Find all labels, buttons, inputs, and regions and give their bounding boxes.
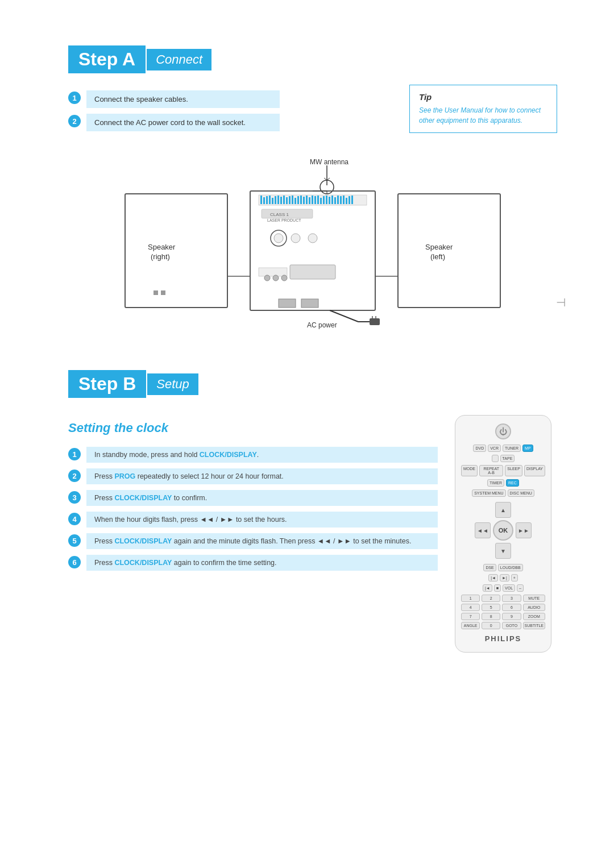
- clock-step-4: 4 When the hour digits flash, press ◄◄ /…: [68, 512, 438, 528]
- svg-rect-19: [280, 197, 282, 204]
- svg-rect-29: [309, 197, 310, 204]
- remote-btn-8: 8: [482, 613, 500, 620]
- svg-rect-58: [301, 299, 318, 308]
- svg-text:AC power: AC power: [307, 321, 337, 329]
- svg-rect-26: [300, 196, 302, 204]
- remote-btn-subtitle: SUBTITLE: [523, 622, 545, 629]
- remote-btn-7: 7: [461, 613, 480, 620]
- step-b-instructions: Setting the clock 1 In standby mode, pre…: [68, 415, 438, 653]
- svg-text:(left): (left): [430, 252, 445, 261]
- remote-btn-4: 4: [461, 604, 480, 611]
- remote-btn-3: 3: [502, 595, 521, 602]
- remote-down-btn: ▼: [495, 543, 511, 559]
- clock-step-3-text: Press CLOCK/DISPLAY to confirm.: [86, 490, 438, 506]
- remote-up-btn: ▲: [495, 502, 511, 518]
- section-spacer: [68, 342, 557, 353]
- remote-loud-btn: LOUD/DBB: [498, 564, 523, 571]
- svg-rect-10: [250, 191, 375, 310]
- remote-btn-zoom: ZOOM: [523, 613, 545, 620]
- svg-rect-40: [340, 196, 342, 204]
- clock-step-3: 3 Press CLOCK/DISPLAY to confirm.: [68, 490, 438, 506]
- remote-dpad: ▲ OK ◄◄ ►► ▼: [475, 502, 532, 559]
- remote-control: ⏻ DVD VCR TUNER MP TAPE MODE REPEA: [455, 415, 551, 653]
- remote-btn-2: 2: [482, 595, 500, 602]
- svg-rect-53: [259, 268, 287, 276]
- svg-rect-67: [370, 318, 380, 325]
- remote-brand: PHILIPS: [485, 634, 522, 643]
- svg-rect-33: [320, 198, 322, 204]
- step-b-content: Setting the clock 1 In standby mode, pre…: [68, 415, 557, 653]
- highlight-clock-display-2: CLOCK/DISPLAY: [114, 494, 172, 502]
- svg-rect-57: [279, 299, 296, 308]
- remote-stop-btn: ■: [494, 584, 501, 592]
- connect-step-1: 1 Connect the speaker cables.: [68, 90, 398, 108]
- svg-rect-22: [289, 196, 291, 204]
- page-mark: ⊣: [556, 296, 566, 309]
- step-num-1: 1: [68, 92, 81, 104]
- svg-text:LASER PRODUCT: LASER PRODUCT: [267, 218, 301, 222]
- remote-sys-menu-btn: SYSTEM MENU: [472, 489, 505, 497]
- clock-step-num-6: 6: [68, 556, 81, 568]
- remote-btn-6: 6: [502, 604, 521, 611]
- svg-rect-42: [346, 198, 347, 204]
- remote-vol-row: |◄ ■ VOL –: [483, 584, 524, 592]
- clock-step-4-text: When the hour digits flash, press ◄◄ / ►…: [86, 512, 438, 528]
- tip-text: See the User Manual for how to connect o…: [419, 105, 547, 126]
- remote-btn-0: 0: [482, 622, 500, 629]
- svg-rect-44: [351, 196, 353, 204]
- svg-point-55: [273, 275, 279, 281]
- svg-rect-20: [283, 196, 285, 204]
- tip-title: Tip: [419, 92, 547, 102]
- connect-step-1-text: Connect the speaker cables.: [86, 90, 280, 108]
- svg-rect-32: [317, 196, 319, 204]
- clock-step-6: 6 Press CLOCK/DISPLAY again to confirm t…: [68, 555, 438, 571]
- step-num-2: 2: [68, 115, 81, 127]
- remote-btn-5: 5: [482, 604, 500, 611]
- step-b-section: Step B Setup Setting the clock 1 In stan…: [68, 370, 557, 653]
- remote-blank-btn: [492, 455, 499, 462]
- remote-tuner-btn: TUNER: [503, 445, 521, 452]
- svg-text:CLASS 1: CLASS 1: [270, 212, 289, 217]
- remote-ff-btn: ►|: [500, 574, 509, 582]
- remote-right-btn: ►►: [516, 522, 532, 538]
- svg-point-49: [274, 234, 283, 243]
- clock-step-num-2: 2: [68, 470, 81, 482]
- remote-row-timer: TIMER REC: [487, 479, 519, 487]
- step-a-header: Step A Connect: [68, 45, 557, 73]
- remote-prev-btn: |◄: [488, 574, 498, 582]
- svg-rect-21: [286, 197, 288, 204]
- remote-tape-btn: TAPE: [500, 455, 515, 462]
- remote-btn-audio: AUDIO: [523, 604, 545, 611]
- remote-sleep-btn: SLEEP: [505, 465, 522, 476]
- connect-step-2: 2 Connect the AC power cord to the wall …: [68, 114, 398, 131]
- remote-timer-btn: TIMER: [487, 479, 504, 487]
- step-a-content: 1 Connect the speaker cables. 2 Connect …: [68, 90, 557, 137]
- svg-rect-36: [329, 197, 330, 204]
- remote-left-btn: ◄◄: [475, 522, 491, 538]
- clock-section-title: Setting the clock: [68, 421, 438, 435]
- svg-text:Speaker: Speaker: [425, 243, 453, 251]
- svg-rect-23: [292, 196, 293, 204]
- svg-rect-25: [297, 196, 299, 204]
- remote-vol-label: VOL: [503, 584, 515, 592]
- svg-text:Speaker: Speaker: [148, 243, 176, 251]
- remote-btn-goto: GOTO: [502, 622, 521, 629]
- clock-step-num-3: 3: [68, 491, 81, 504]
- clock-step-5: 5 Press CLOCK/DISPLAY again and the minu…: [68, 533, 438, 549]
- remote-dse-btn: DSE: [483, 564, 496, 571]
- clock-step-2: 2 Press PROG repeatedly to select 12 hou…: [68, 468, 438, 484]
- step-b-letter: Step B: [68, 370, 146, 398]
- svg-rect-39: [337, 196, 339, 204]
- clock-step-1-text: In standby mode, press and hold CLOCK/DI…: [86, 447, 438, 463]
- svg-rect-8: [154, 290, 158, 295]
- svg-point-56: [281, 275, 287, 281]
- clock-step-num-4: 4: [68, 513, 81, 525]
- svg-rect-17: [275, 196, 276, 204]
- svg-rect-27: [303, 197, 305, 204]
- svg-rect-13: [263, 197, 265, 204]
- highlight-clock-display-4: CLOCK/DISPLAY: [114, 559, 172, 567]
- svg-point-50: [291, 234, 300, 243]
- remote-row-menu: SYSTEM MENU DISC MENU: [472, 489, 534, 497]
- remote-vcr-btn: VCR: [488, 445, 501, 452]
- remote-dvd-btn: DVD: [473, 445, 486, 452]
